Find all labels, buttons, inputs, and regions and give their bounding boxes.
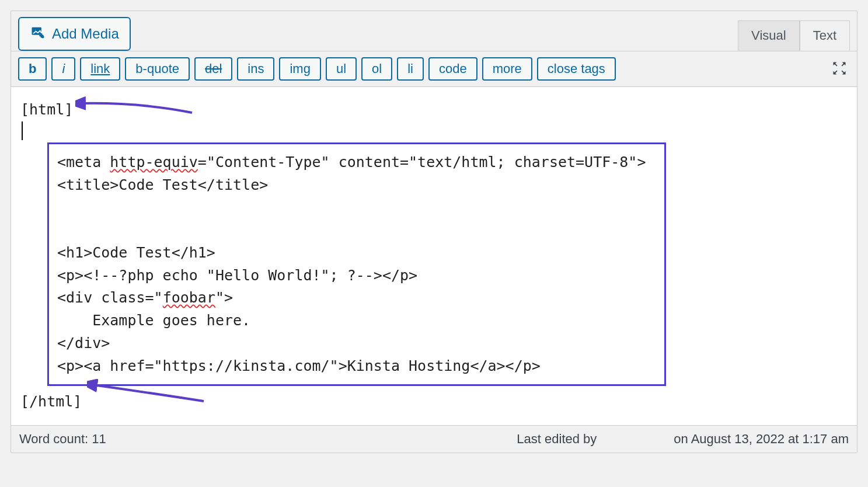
qt-ul-button[interactable]: ul xyxy=(326,57,357,81)
last-edited-prefix: Last edited by xyxy=(517,432,597,447)
editor-container: Add Media Visual Text b i link b-quote d… xyxy=(11,11,857,453)
shortcode-close-tag: [/html] xyxy=(20,391,82,413)
editor-top-bar: Add Media Visual Text xyxy=(11,11,857,51)
add-media-button[interactable]: Add Media xyxy=(18,17,131,51)
qt-ins-button[interactable]: ins xyxy=(237,57,274,81)
qt-img-button[interactable]: img xyxy=(279,57,320,81)
code-block: <meta http-equiv="Content-Type" content=… xyxy=(47,142,666,387)
quicktags-toolbar: b i link b-quote del ins img ul ol li co… xyxy=(11,51,857,87)
add-media-label: Add Media xyxy=(52,26,119,42)
shortcode-open-tag: [html] xyxy=(20,99,73,121)
editor-status-bar: Word count: 11 Last edited by on August … xyxy=(11,425,857,453)
media-icon xyxy=(30,24,46,44)
editor-textarea[interactable]: [html] <meta http-equiv="Content-Type" c… xyxy=(11,87,857,425)
qt-ol-button[interactable]: ol xyxy=(361,57,392,81)
qt-closetags-button[interactable]: close tags xyxy=(537,57,616,81)
qt-bold-button[interactable]: b xyxy=(18,57,47,81)
word-count-label: Word count: xyxy=(19,432,92,446)
qt-li-button[interactable]: li xyxy=(397,57,424,81)
last-edited: Last edited by on August 13, 2022 at 1:1… xyxy=(517,432,849,447)
word-count: Word count: 11 xyxy=(19,432,106,447)
qt-italic-button[interactable]: i xyxy=(51,57,75,81)
word-count-value: 11 xyxy=(92,432,106,446)
tab-text[interactable]: Text xyxy=(800,20,850,51)
qt-link-button[interactable]: link xyxy=(80,57,120,81)
svg-point-2 xyxy=(42,36,43,37)
qt-bquote-button[interactable]: b-quote xyxy=(125,57,190,81)
quicktags-buttons: b i link b-quote del ins img ul ol li co… xyxy=(18,57,616,81)
fullscreen-button[interactable] xyxy=(829,58,850,81)
qt-more-button[interactable]: more xyxy=(482,57,532,81)
qt-code-button[interactable]: code xyxy=(428,57,477,81)
qt-del-button[interactable]: del xyxy=(194,57,232,81)
annotation-arrow-top xyxy=(75,96,198,120)
editor-mode-tabs: Visual Text xyxy=(738,20,850,51)
tab-visual[interactable]: Visual xyxy=(738,20,800,51)
fullscreen-icon xyxy=(831,69,848,78)
svg-point-1 xyxy=(34,29,37,32)
text-cursor xyxy=(22,121,23,140)
last-edited-suffix: on August 13, 2022 at 1:17 am xyxy=(674,432,849,447)
